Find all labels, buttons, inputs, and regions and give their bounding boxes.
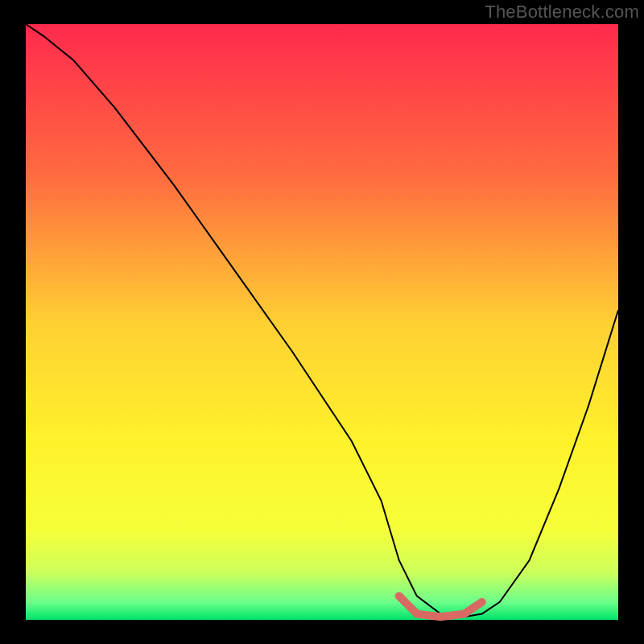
watermark-text: TheBottleneck.com [485, 2, 639, 23]
bottleneck-chart [0, 0, 644, 644]
plot-area [26, 24, 618, 620]
chart-container: TheBottleneck.com [0, 0, 644, 644]
